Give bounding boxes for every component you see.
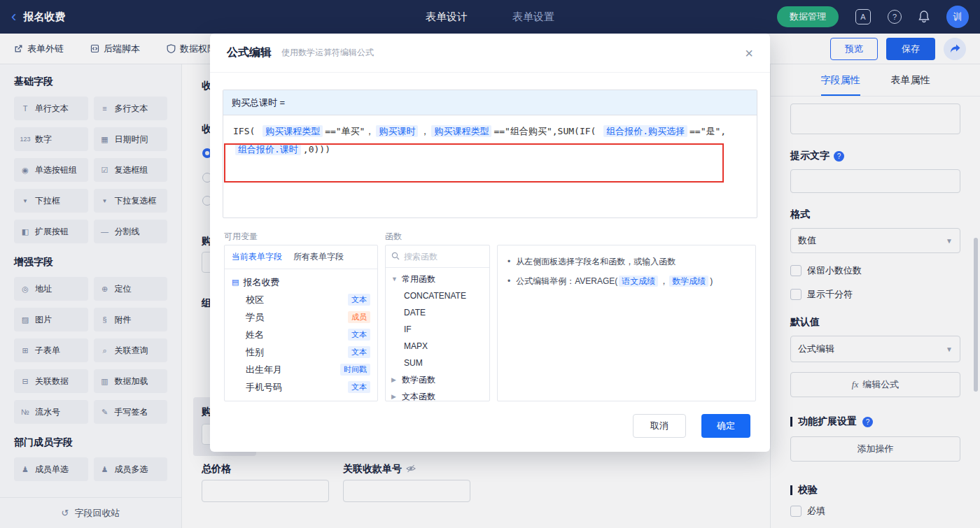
function-search <box>386 245 489 268</box>
function-item[interactable]: MAPX <box>386 338 489 355</box>
cancel-button[interactable]: 取消 <box>633 414 686 438</box>
field-token[interactable]: 购买课程类型 <box>431 125 491 137</box>
group-math-functions[interactable]: ▶数学函数 <box>386 371 489 388</box>
bullet-dot: • <box>507 254 510 269</box>
type-badge: 文本 <box>348 346 370 358</box>
help-text: 公式编辑举例：AVERAGE( <box>516 276 617 286</box>
formula-edit-dialog: 公式编辑 使用数学运算符编辑公式 × 购买总课时 = IFS( 购买课程类型==… <box>210 34 770 452</box>
function-list: ▼常用函数 CONCATENATE DATE IF MAPX SUM ▶数学函数… <box>386 268 489 401</box>
variable-item[interactable]: 校区文本 <box>232 291 370 308</box>
help-text: 从左侧面板选择字段名和函数，或输入函数 <box>516 254 676 269</box>
field-token[interactable]: 购买课时 <box>376 125 418 137</box>
type-badge: 文本 <box>348 329 370 341</box>
close-icon[interactable]: × <box>745 46 753 60</box>
formula-editor: 购买总课时 = IFS( 购买课程类型=="单买"，购买课时，购买课程类型=="… <box>223 90 757 218</box>
formula-text: =="是", <box>690 126 726 136</box>
functions-label: 函数 <box>385 231 402 243</box>
help-line-2: • 公式编辑举例：AVERAGE(语文成绩，数学成绩) <box>507 273 746 289</box>
bullet-dot: • <box>507 273 510 289</box>
variable-item[interactable]: 性别文本 <box>232 343 370 361</box>
field-token[interactable]: 购买课程类型 <box>262 125 323 137</box>
function-item[interactable]: CONCATENATE <box>386 287 489 304</box>
variable-name: 手机号码 <box>246 381 282 394</box>
field-token[interactable]: 组合报价.课时 <box>235 143 301 155</box>
group-label: 文本函数 <box>402 391 435 402</box>
formula-input-area[interactable]: IFS( 购买课程类型=="单买"，购买课时，购买课程类型=="组合购买",SU… <box>223 115 757 217</box>
formula-text: ,0))) <box>303 144 330 155</box>
function-item[interactable]: IF <box>386 321 489 338</box>
group-common-functions[interactable]: ▼常用函数 <box>386 271 489 287</box>
formula-text: IFS( <box>233 126 260 136</box>
variable-name: 姓名 <box>246 329 264 341</box>
variable-item[interactable]: 学员成员 <box>232 308 370 326</box>
tab-all-form-fields[interactable]: 所有表单字段 <box>293 251 344 263</box>
type-badge: 成员 <box>348 311 370 323</box>
functions-panel: ▼常用函数 CONCATENATE DATE IF MAPX SUM ▶数学函数… <box>385 245 490 401</box>
field-token: 语文成绩 <box>619 276 658 287</box>
variable-name: 校区 <box>246 294 264 306</box>
chevron-right-icon: ▶ <box>391 393 398 400</box>
available-vars-label: 可用变量 <box>224 231 258 243</box>
function-search-input[interactable] <box>404 252 484 262</box>
type-badge: 文本 <box>348 294 370 306</box>
formula-text: ， <box>420 126 429 136</box>
variable-item[interactable]: 手机号码文本 <box>232 378 370 396</box>
help-panel: • 从左侧面板选择字段名和函数，或输入函数 • 公式编辑举例：AVERAGE(语… <box>497 245 756 401</box>
help-example: 公式编辑举例：AVERAGE(语文成绩，数学成绩) <box>516 273 713 289</box>
formula-line-1: IFS( 购买课程类型=="单买"，购买课时，购买课程类型=="组合购买",SU… <box>233 122 747 141</box>
formula-result-label: 购买总课时 = <box>223 90 757 115</box>
dialog-subtitle: 使用数学运算符编辑公式 <box>281 47 374 59</box>
variable-name: 学员 <box>246 311 264 324</box>
dialog-header: 公式编辑 使用数学运算符编辑公式 × <box>210 34 770 73</box>
type-badge: 时间戳 <box>340 364 370 376</box>
variable-name: 性别 <box>246 346 264 359</box>
field-token: 数学成绩 <box>669 276 708 287</box>
variables-tree: ▤ 报名收费 校区文本 学员成员 姓名文本 性别文本 出生年月时间戳 手机号码文… <box>225 269 377 400</box>
variables-tabs: 当前表单字段 所有表单字段 <box>225 245 377 269</box>
app-screen: ‹ 报名收费 表单设计 表单设置 数据管理 A ? 训 表单外链 后 <box>0 0 980 528</box>
tree-root-form[interactable]: ▤ 报名收费 <box>232 273 370 291</box>
help-line-1: • 从左侧面板选择字段名和函数，或输入函数 <box>507 254 746 269</box>
help-text: ， <box>659 276 668 286</box>
function-item[interactable]: SUM <box>386 355 489 371</box>
tree-root-label: 报名收费 <box>243 276 279 289</box>
group-label: 常用函数 <box>402 273 435 285</box>
help-text: ) <box>710 276 713 286</box>
group-label: 数学函数 <box>402 374 435 386</box>
type-badge: 文本 <box>348 381 370 393</box>
dialog-title: 公式编辑 <box>227 45 272 60</box>
field-token[interactable]: 组合报价.购买选择 <box>603 125 687 137</box>
function-item[interactable]: DATE <box>386 304 489 321</box>
formula-text: =="组合购买",SUM(IF( <box>493 126 601 136</box>
search-icon <box>391 250 400 263</box>
document-icon: ▤ <box>232 278 239 287</box>
variables-panel: 当前表单字段 所有表单字段 ▤ 报名收费 校区文本 学员成员 姓名文本 性别文本… <box>224 245 378 401</box>
variable-name: 出生年月 <box>246 364 282 376</box>
variable-item[interactable]: 姓名文本 <box>232 326 370 343</box>
formula-text: =="单买"， <box>325 126 374 136</box>
tab-current-form-fields[interactable]: 当前表单字段 <box>232 251 282 263</box>
confirm-button[interactable]: 确定 <box>701 414 750 438</box>
dialog-footer: 取消 确定 <box>633 414 750 438</box>
chevron-right-icon: ▶ <box>391 376 398 383</box>
formula-line-2: 组合报价.课时,0))) <box>233 141 747 159</box>
group-text-functions[interactable]: ▶文本函数 <box>386 388 489 401</box>
variable-item[interactable]: 出生年月时间戳 <box>232 361 370 378</box>
chevron-down-icon: ▼ <box>391 276 398 283</box>
